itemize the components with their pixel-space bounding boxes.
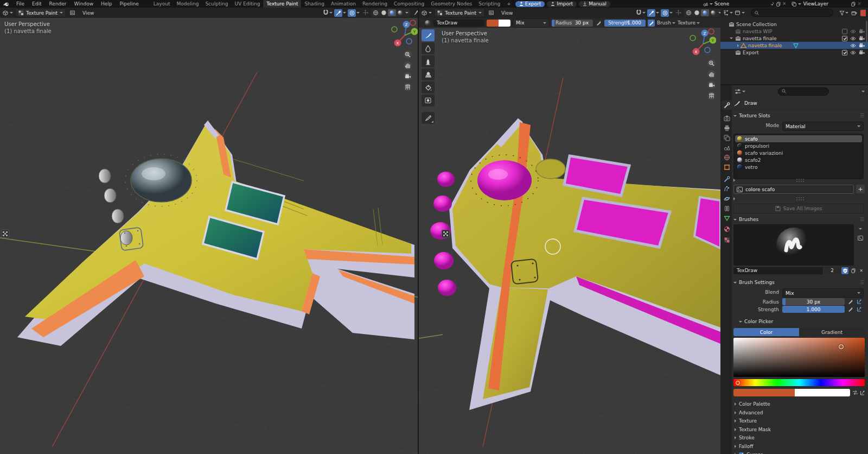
proportional-edit-button[interactable] xyxy=(334,9,342,17)
panel-options-icon[interactable]: ☰ xyxy=(860,217,865,222)
smear-tool-button[interactable] xyxy=(422,55,435,67)
outliner-row-scene-collection[interactable]: Scene Collection xyxy=(736,22,777,27)
editor-type-button[interactable] xyxy=(2,10,13,16)
gizmo-toggle-button[interactable] xyxy=(361,9,369,17)
gizmo-toggle-button[interactable] xyxy=(674,9,682,17)
list-expander-row[interactable] xyxy=(733,178,865,183)
view-menu[interactable]: View xyxy=(79,9,98,17)
add-workspace-button[interactable]: + xyxy=(503,1,514,7)
draw-tool-button[interactable] xyxy=(422,29,435,41)
gizmo-y[interactable]: Y xyxy=(711,39,714,43)
duplicate-brush-button[interactable] xyxy=(850,267,857,274)
color-sv-square[interactable] xyxy=(733,338,865,377)
strength-pressure-button[interactable] xyxy=(648,20,655,27)
tab-world[interactable] xyxy=(722,153,732,162)
radius-animate-button[interactable] xyxy=(847,298,854,305)
zoom-icon[interactable] xyxy=(707,59,716,67)
navigation-gizmo[interactable]: Z Y X xyxy=(688,28,716,58)
brush-name-field[interactable]: TexDraw xyxy=(433,20,484,27)
camera-icon[interactable] xyxy=(859,36,865,41)
camera-icon[interactable] xyxy=(859,50,865,55)
shading-wireframe-button[interactable] xyxy=(372,9,380,16)
tab-gradient[interactable]: Gradient xyxy=(799,328,865,336)
falloff-button[interactable] xyxy=(348,9,356,17)
workspace-tab-modeling[interactable]: Modeling xyxy=(173,0,202,8)
outliner-row-navetta-finale-collection[interactable]: navetta finale xyxy=(743,36,776,41)
tab-particles[interactable] xyxy=(722,184,732,193)
panel-texture-mask[interactable]: Texture Mask xyxy=(735,426,865,433)
brush-preview-box[interactable] xyxy=(733,224,854,266)
left-3d-viewport[interactable]: User Perspective (1) navetta finale Z Y … xyxy=(0,18,418,454)
unlink-brush-button[interactable]: ✕ xyxy=(858,267,865,274)
expand-arrow[interactable] xyxy=(730,37,733,39)
shading-material-button[interactable] xyxy=(701,9,709,16)
manual-button[interactable]: Manual xyxy=(579,1,610,7)
pan-hand-icon[interactable] xyxy=(404,61,412,70)
panel-options-icon[interactable]: ☰ xyxy=(860,280,865,285)
strength-slider[interactable]: Strength 1.000 xyxy=(604,20,646,27)
slot-scafo[interactable]: scafo xyxy=(735,135,862,142)
scene-selector[interactable]: Scene ✕ xyxy=(701,1,789,8)
strength-animate-button[interactable] xyxy=(847,306,854,313)
ortho-toggle-icon[interactable] xyxy=(707,92,716,100)
filter-button[interactable] xyxy=(839,10,848,16)
viewport-splitter[interactable] xyxy=(418,8,419,454)
mode-dropdown[interactable]: Texture Paint xyxy=(15,8,66,17)
properties-search-input[interactable] xyxy=(778,87,829,96)
expand-arrow[interactable] xyxy=(737,44,739,47)
shading-rendered-button[interactable] xyxy=(709,9,717,16)
import-button[interactable]: Import xyxy=(547,1,577,7)
brush-icon-button[interactable] xyxy=(856,234,865,242)
primary-color-swatch[interactable] xyxy=(733,389,795,396)
outliner-row-export[interactable]: Export xyxy=(743,50,758,55)
hue-bar[interactable] xyxy=(733,379,865,386)
tab-color[interactable]: Color xyxy=(733,328,799,336)
pan-hand-icon[interactable] xyxy=(707,70,716,78)
brush-selector-chevron[interactable] xyxy=(856,225,865,232)
tab-texture[interactable] xyxy=(722,235,732,244)
panel-advanced[interactable]: Advanced xyxy=(735,409,865,417)
mode-dropdown[interactable]: Texture Paint xyxy=(434,8,485,17)
strength-pressure-button[interactable] xyxy=(856,306,863,313)
workspace-tab-sculpting[interactable]: Sculpting xyxy=(202,0,231,8)
right-3d-viewport[interactable]: User Perspective (1) navetta finale Z Y … xyxy=(419,28,720,454)
toolbar-collapsed-tab[interactable] xyxy=(1,230,9,238)
add-slot-button[interactable]: + xyxy=(856,185,865,193)
ortho-toggle-icon[interactable] xyxy=(404,83,412,91)
panel-options-icon[interactable]: ☰ xyxy=(860,113,865,118)
gizmo-x[interactable]: X xyxy=(397,41,399,46)
slot-propulsori[interactable]: propulsori xyxy=(735,142,862,149)
image-new-icon[interactable] xyxy=(487,9,495,17)
annotate-tool-button[interactable] xyxy=(422,112,435,124)
brush-preview-icon[interactable] xyxy=(424,20,431,27)
panel-texture[interactable]: Texture xyxy=(735,417,865,425)
outliner-search-input[interactable] xyxy=(751,9,833,17)
new-collection-button[interactable] xyxy=(850,9,858,17)
slot-vetro[interactable]: vetro xyxy=(735,163,862,171)
menu-file[interactable]: File xyxy=(12,0,28,8)
clone-tool-button[interactable] xyxy=(422,68,435,80)
list-expander-row[interactable] xyxy=(733,196,865,201)
workspace-tab-texture-paint[interactable]: Texture Paint xyxy=(263,0,301,8)
menu-help[interactable]: Help xyxy=(97,0,116,8)
outliner-row-selected[interactable]: navetta finale xyxy=(720,42,868,49)
cursor-checkbox[interactable] xyxy=(739,452,744,454)
snap-button[interactable] xyxy=(323,10,333,16)
tab-modifiers[interactable] xyxy=(722,174,732,184)
shading-wireframe-button[interactable] xyxy=(685,9,693,16)
soften-tool-button[interactable] xyxy=(422,42,435,54)
camera-icon[interactable] xyxy=(859,43,865,48)
panel-color-palette[interactable]: Color Palette xyxy=(735,400,865,408)
gizmo-x[interactable]: X xyxy=(695,50,698,54)
tab-physics[interactable] xyxy=(722,194,732,203)
secondary-color-swatch[interactable] xyxy=(795,389,850,396)
shading-solid-button[interactable] xyxy=(380,9,388,16)
camera-view-icon[interactable] xyxy=(404,72,412,80)
texture-slots-panel-header[interactable]: Texture Slots ☰ xyxy=(733,112,865,119)
workspace-tab-compositing[interactable]: Compositing xyxy=(391,0,427,8)
outliner-scrollbar[interactable] xyxy=(866,21,867,42)
panel-stroke[interactable]: Stroke xyxy=(735,434,865,442)
editor-type-button[interactable] xyxy=(421,10,432,16)
menu-render[interactable]: Render xyxy=(46,0,71,8)
camera-icon[interactable] xyxy=(859,29,865,34)
